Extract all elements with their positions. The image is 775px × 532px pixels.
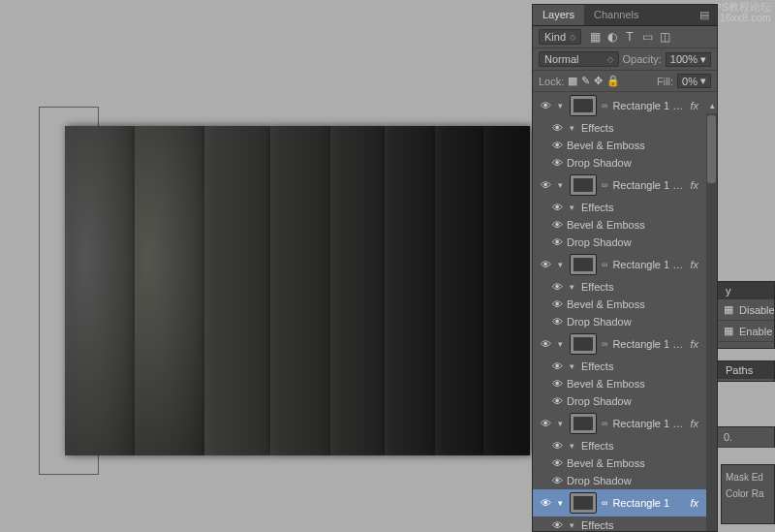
layer-thumbnail[interactable]: [570, 413, 597, 434]
lock-position-icon[interactable]: ✥: [594, 75, 603, 87]
filter-type-icon[interactable]: T: [622, 29, 637, 45]
visibility-icon[interactable]: 👁: [548, 314, 562, 329]
layer-row[interactable]: 👁 ▾ ∞ Rectangle 1 copy 3 fx ▴: [533, 251, 717, 278]
visibility-icon[interactable]: 👁: [537, 336, 550, 352]
visibility-icon[interactable]: 👁: [548, 120, 562, 136]
tab-layers[interactable]: Layers: [533, 5, 584, 25]
opacity-input[interactable]: 100%▾: [666, 52, 711, 67]
scroll-thumb[interactable]: [707, 115, 716, 183]
fx-badge[interactable]: fx: [690, 259, 698, 270]
drop-shadow-effect-row[interactable]: 👁Drop Shadow: [533, 392, 717, 410]
disable-layer-item[interactable]: ▦Disable layer: [718, 299, 774, 321]
layer-group: 👁 ▾ ∞ Rectangle 1 copy 3 fx ▴ 👁▾Effects …: [533, 251, 717, 330]
blend-mode-dropdown[interactable]: Normal◇: [539, 51, 619, 67]
fx-badge[interactable]: fx: [690, 418, 698, 429]
layers-scrollbar[interactable]: [706, 113, 717, 531]
fx-badge[interactable]: fx: [690, 338, 698, 350]
bevel-effect-row[interactable]: 👁Bevel & Emboss: [533, 296, 717, 313]
tab-channels[interactable]: Channels: [584, 5, 648, 25]
document-canvas[interactable]: [65, 126, 530, 455]
visibility-icon[interactable]: 👁: [548, 393, 562, 409]
fx-badge[interactable]: fx: [690, 179, 698, 191]
filter-pixel-icon[interactable]: ▦: [587, 29, 603, 45]
link-icon: ∞: [602, 339, 607, 349]
secondary-panel: y ▦Disable layer ▦Enable layer: [717, 281, 775, 349]
enable-layer-item[interactable]: ▦Enable layer: [718, 321, 774, 342]
layer-thumbnail[interactable]: [570, 333, 597, 355]
visibility-icon[interactable]: 👁: [537, 177, 550, 193]
slat-1: [65, 126, 135, 455]
twirl-icon[interactable]: ▾: [555, 419, 565, 428]
visibility-icon[interactable]: 👁: [548, 438, 562, 454]
mask-edge-button[interactable]: Mask Ed: [726, 469, 770, 485]
effects-row[interactable]: 👁▾Effects: [533, 278, 717, 296]
layer-thumbnail[interactable]: [570, 254, 597, 275]
visibility-icon[interactable]: 👁: [537, 495, 550, 511]
layer-row[interactable]: 👁 ▾ ∞ Rectangle 1 copy 5 fx ▴: [533, 92, 717, 119]
twirl-icon[interactable]: ▾: [555, 101, 565, 110]
visibility-icon[interactable]: 👁: [548, 235, 562, 250]
value-panel: 0.: [717, 426, 775, 448]
layer-name[interactable]: Rectangle 1 copy 4: [612, 179, 685, 191]
slat-4: [270, 126, 330, 455]
history-tab[interactable]: y: [718, 282, 774, 299]
layer-thumbnail[interactable]: [570, 95, 597, 116]
layer-row[interactable]: 👁 ▾ ∞ Rectangle 1 copy 2 fx ▴: [533, 330, 717, 358]
layer-name[interactable]: Rectangle 1 copy: [612, 418, 685, 429]
drop-shadow-effect-row[interactable]: 👁Drop Shadow: [533, 472, 717, 489]
drop-shadow-effect-row[interactable]: 👁Drop Shadow: [533, 313, 717, 330]
fx-badge[interactable]: fx: [690, 497, 698, 509]
effects-row[interactable]: 👁▾Effects: [533, 358, 717, 375]
bevel-effect-row[interactable]: 👁Bevel & Emboss: [533, 375, 717, 392]
fill-input[interactable]: 0%▾: [677, 74, 711, 88]
layer-name[interactable]: Rectangle 1: [612, 497, 685, 509]
bevel-effect-row[interactable]: 👁Bevel & Emboss: [533, 454, 717, 472]
twirl-icon[interactable]: ▾: [555, 339, 565, 349]
twirl-icon[interactable]: ▾: [555, 180, 565, 190]
bevel-effect-row[interactable]: 👁Bevel & Emboss: [533, 216, 717, 234]
layer-row[interactable]: 👁 ▾ ∞ Rectangle 1 copy 4 fx ▴: [533, 172, 717, 199]
visibility-icon[interactable]: 👁: [537, 98, 550, 113]
layer-row[interactable]: 👁 ▾ ∞ Rectangle 1 copy fx ▴: [533, 410, 717, 437]
layer-name[interactable]: Rectangle 1 copy 5: [612, 100, 685, 111]
lock-all-icon[interactable]: 🔒: [606, 75, 620, 87]
visibility-icon[interactable]: 👁: [548, 200, 562, 215]
bevel-effect-row[interactable]: 👁Bevel & Emboss: [533, 137, 717, 154]
color-range-button[interactable]: Color Ra: [726, 485, 770, 502]
effects-row[interactable]: 👁▾Effects: [533, 199, 717, 216]
filter-smart-icon[interactable]: ◫: [657, 29, 672, 45]
layer-thumbnail[interactable]: [570, 174, 597, 196]
effects-row[interactable]: 👁▾Effects: [533, 119, 717, 137]
visibility-icon[interactable]: 👁: [548, 473, 562, 488]
drop-shadow-effect-row[interactable]: 👁Drop Shadow: [533, 234, 717, 251]
visibility-icon[interactable]: 👁: [537, 257, 550, 272]
visibility-icon[interactable]: 👁: [548, 517, 562, 531]
twirl-icon[interactable]: ▾: [555, 260, 565, 269]
effects-row[interactable]: 👁▾Effects: [533, 437, 717, 454]
panel-menu-icon[interactable]: ▤: [692, 5, 717, 25]
paths-tab[interactable]: Paths: [718, 361, 774, 379]
filter-shape-icon[interactable]: ▭: [639, 29, 655, 45]
visibility-icon[interactable]: 👁: [548, 297, 562, 312]
twirl-icon[interactable]: ▾: [555, 498, 565, 508]
visibility-icon[interactable]: 👁: [537, 416, 550, 431]
visibility-icon[interactable]: 👁: [548, 279, 562, 295]
layer-thumbnail[interactable]: [570, 492, 597, 514]
layer-row[interactable]: 👁 ▾ ∞ Rectangle 1 fx ▴: [533, 489, 717, 516]
visibility-icon[interactable]: 👁: [548, 155, 562, 171]
visibility-icon[interactable]: 👁: [548, 376, 562, 391]
fx-twirl-icon[interactable]: ▴: [707, 101, 717, 110]
visibility-icon[interactable]: 👁: [548, 359, 562, 374]
layer-name[interactable]: Rectangle 1 copy 2: [612, 338, 685, 350]
filter-adjust-icon[interactable]: ◐: [604, 29, 620, 45]
lock-paint-icon[interactable]: ✎: [581, 75, 590, 87]
visibility-icon[interactable]: 👁: [548, 217, 562, 233]
lock-transparency-icon[interactable]: ▩: [568, 75, 577, 87]
effects-row[interactable]: 👁▾Effects: [533, 516, 717, 531]
layer-name[interactable]: Rectangle 1 copy 3: [612, 259, 685, 270]
visibility-icon[interactable]: 👁: [548, 138, 562, 153]
visibility-icon[interactable]: 👁: [548, 455, 562, 471]
filter-kind-dropdown[interactable]: Kind◇: [539, 29, 581, 45]
drop-shadow-effect-row[interactable]: 👁Drop Shadow: [533, 154, 717, 172]
fx-badge[interactable]: fx: [690, 100, 698, 111]
